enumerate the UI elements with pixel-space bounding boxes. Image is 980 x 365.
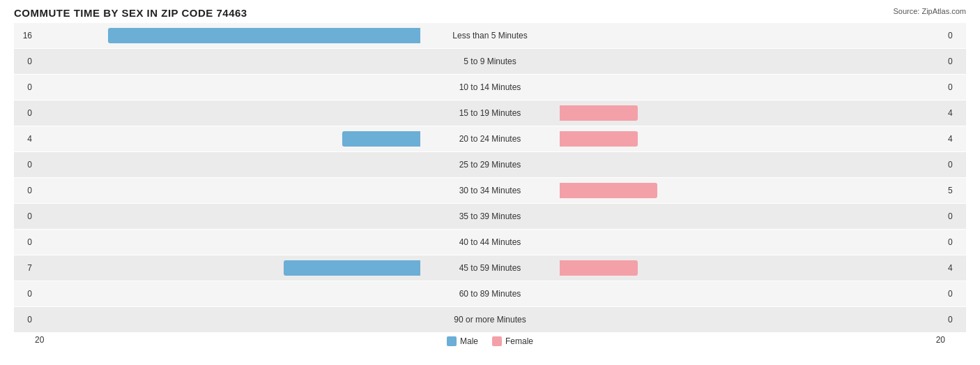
source-text: Source: ZipAtlas.com xyxy=(893,7,966,15)
female-bar-section xyxy=(560,312,945,327)
male-bar-section xyxy=(35,260,420,276)
row-label: 35 to 39 Minutes xyxy=(420,211,560,221)
bar-row: 0 10 to 14 Minutes 0 xyxy=(14,75,966,100)
title-row: COMMUTE TIME BY SEX IN ZIP CODE 74463 So… xyxy=(14,7,966,19)
bar-row: 0 35 to 39 Minutes 0 xyxy=(14,204,966,229)
male-bar-section xyxy=(35,157,420,172)
female-value: 0 xyxy=(945,289,966,299)
male-bar-section xyxy=(35,28,420,43)
female-value: 0 xyxy=(945,211,966,221)
male-bar-section xyxy=(35,209,420,224)
female-bar-section xyxy=(560,105,945,121)
legend-female: Female xyxy=(492,336,533,346)
legend-female-label: Female xyxy=(505,336,533,346)
row-label: 20 to 24 Minutes xyxy=(420,134,560,144)
female-value: 5 xyxy=(945,186,966,195)
female-value: 4 xyxy=(945,263,966,273)
female-bar xyxy=(560,183,657,198)
bar-row: 0 30 to 34 Minutes 5 xyxy=(14,178,966,203)
bars-area: 16 Less than 5 Minutes 0 0 5 to 9 Minute… xyxy=(14,23,966,332)
female-bar-section xyxy=(560,234,945,250)
male-bar-section xyxy=(35,312,420,327)
row-label: 45 to 59 Minutes xyxy=(420,263,560,273)
row-label: 60 to 89 Minutes xyxy=(420,289,560,299)
row-label: 10 to 14 Minutes xyxy=(420,82,560,92)
male-value: 16 xyxy=(14,31,35,40)
female-bar-section xyxy=(560,286,945,301)
chart-container: COMMUTE TIME BY SEX IN ZIP CODE 74463 So… xyxy=(0,0,980,365)
bar-row: 0 60 to 89 Minutes 0 xyxy=(14,281,966,306)
row-label: 40 to 44 Minutes xyxy=(420,237,560,247)
female-bar xyxy=(560,105,638,121)
row-label: 30 to 34 Minutes xyxy=(420,186,560,195)
male-bar-section xyxy=(35,286,420,301)
axis-row: 20 Male Female 20 xyxy=(14,334,966,346)
female-bar-section xyxy=(560,157,945,172)
bar-row: 4 20 to 24 Minutes 4 xyxy=(14,126,966,151)
male-bar-section xyxy=(35,183,420,198)
bar-row: 0 25 to 29 Minutes 0 xyxy=(14,152,966,177)
male-value: 0 xyxy=(14,160,35,170)
male-value: 0 xyxy=(14,211,35,221)
male-bar xyxy=(284,260,420,276)
bar-row: 0 90 or more Minutes 0 xyxy=(14,307,966,332)
bar-row: 0 15 to 19 Minutes 4 xyxy=(14,100,966,126)
male-value: 0 xyxy=(14,315,35,325)
female-bar-section xyxy=(560,260,945,276)
bar-row: 0 40 to 44 Minutes 0 xyxy=(14,230,966,255)
male-value: 0 xyxy=(14,186,35,195)
female-bar-section xyxy=(560,131,945,147)
row-label: 15 to 19 Minutes xyxy=(420,108,560,118)
legend-male-label: Male xyxy=(460,336,478,346)
male-value: 0 xyxy=(14,289,35,299)
male-bar-section xyxy=(35,234,420,250)
female-bar-section xyxy=(560,28,945,43)
male-bar xyxy=(108,28,420,43)
female-value: 4 xyxy=(945,134,966,144)
male-value: 0 xyxy=(14,82,35,92)
bar-row: 7 45 to 59 Minutes 4 xyxy=(14,255,966,281)
row-label: 90 or more Minutes xyxy=(420,315,560,325)
female-bar-section xyxy=(560,183,945,198)
row-label: 25 to 29 Minutes xyxy=(420,160,560,170)
legend-male: Male xyxy=(447,336,478,346)
female-bar xyxy=(560,131,638,147)
male-bar-section xyxy=(35,54,420,69)
female-value: 4 xyxy=(945,108,966,118)
bar-row: 16 Less than 5 Minutes 0 xyxy=(14,23,966,48)
female-bar-section xyxy=(560,80,945,95)
male-bar xyxy=(342,131,420,147)
male-value: 7 xyxy=(14,263,35,273)
female-value: 0 xyxy=(945,160,966,170)
male-bar-section xyxy=(35,105,420,121)
female-value: 0 xyxy=(945,237,966,247)
female-value: 0 xyxy=(945,31,966,40)
male-value: 0 xyxy=(14,57,35,66)
male-value: 0 xyxy=(14,237,35,247)
row-label: 5 to 9 Minutes xyxy=(420,57,560,66)
male-bar-section xyxy=(35,80,420,95)
axis-right: 20 xyxy=(936,335,945,346)
female-bar-section xyxy=(560,54,945,69)
legend-male-box xyxy=(447,336,457,346)
axis-left: 20 xyxy=(35,335,44,346)
female-bar xyxy=(560,260,638,276)
female-value: 0 xyxy=(945,57,966,66)
female-bar-section xyxy=(560,209,945,224)
bar-row: 0 5 to 9 Minutes 0 xyxy=(14,49,966,74)
legend-female-box xyxy=(492,336,502,346)
male-value: 0 xyxy=(14,108,35,118)
legend-row: Male Female xyxy=(447,336,533,346)
female-value: 0 xyxy=(945,315,966,325)
male-bar-section xyxy=(35,131,420,147)
male-value: 4 xyxy=(14,134,35,144)
chart-title: COMMUTE TIME BY SEX IN ZIP CODE 74463 xyxy=(14,7,247,19)
female-value: 0 xyxy=(945,82,966,92)
row-label: Less than 5 Minutes xyxy=(420,31,560,40)
